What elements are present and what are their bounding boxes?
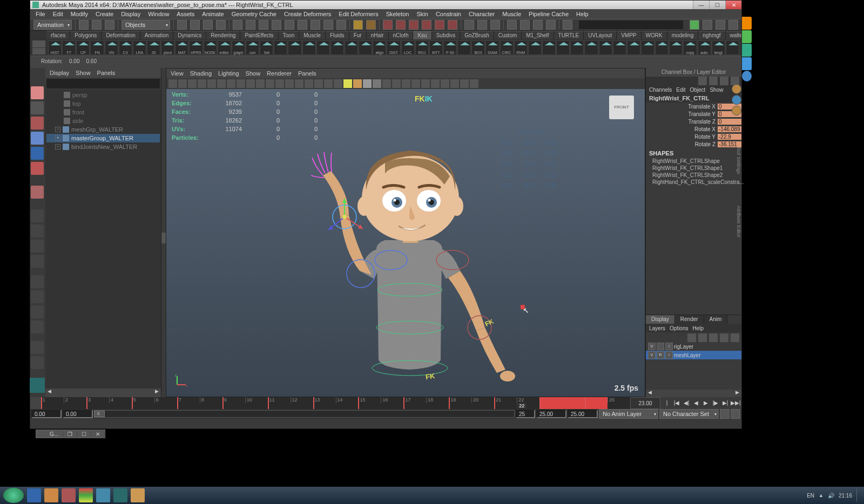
vp-toolbar-icon[interactable] bbox=[285, 79, 294, 88]
shelf-button[interactable] bbox=[330, 40, 344, 55]
menu-character[interactable]: Character bbox=[469, 11, 495, 17]
snap-icon[interactable] bbox=[298, 20, 307, 30]
cb-menu-show[interactable]: Show bbox=[710, 87, 723, 93]
menu-constrain[interactable]: Constrain bbox=[436, 11, 461, 17]
shape-item[interactable]: RightWrist_FK_CTRLShape2 bbox=[646, 172, 741, 179]
shelf-button[interactable]: align bbox=[373, 40, 386, 55]
vp-toolbar-icon[interactable] bbox=[363, 79, 372, 88]
cb-icon[interactable] bbox=[698, 77, 707, 85]
shelf-tab-uvlayout[interactable]: UVLayout bbox=[584, 31, 617, 39]
shelf-button[interactable]: lengt bbox=[712, 40, 725, 55]
layout-icon[interactable] bbox=[520, 20, 530, 30]
snap-curve-icon[interactable] bbox=[246, 20, 255, 30]
taskbar-ie-icon[interactable] bbox=[27, 488, 41, 502]
timeline[interactable]: 1234567891011121314151617181920212223242… bbox=[30, 397, 741, 409]
construction-icon[interactable] bbox=[383, 20, 393, 30]
snap-plane-icon[interactable] bbox=[272, 20, 281, 30]
layer-row[interactable]: VR/meshLayer bbox=[646, 351, 741, 359]
shelf-button[interactable] bbox=[345, 40, 358, 55]
layout-four-icon[interactable] bbox=[31, 224, 44, 237]
layer-name[interactable]: rigLayer bbox=[674, 344, 693, 350]
keyframe[interactable] bbox=[177, 397, 178, 409]
maya-home-icon[interactable] bbox=[30, 378, 45, 393]
shelf-nav-icon[interactable] bbox=[32, 48, 45, 55]
layer-icon[interactable] bbox=[720, 333, 728, 342]
timeline-track[interactable]: 1234567891011121314151617181920212223242… bbox=[41, 397, 630, 409]
side-tab-orange[interactable] bbox=[742, 17, 752, 30]
vp-toolbar-icon[interactable] bbox=[207, 79, 216, 88]
shelf-button[interactable]: copy bbox=[683, 40, 697, 55]
shelf-button[interactable]: RNM bbox=[514, 40, 528, 55]
vp-toolbar-icon[interactable] bbox=[324, 79, 333, 88]
taskbar-app-icon[interactable] bbox=[62, 488, 76, 502]
vp-toolbar-icon[interactable] bbox=[460, 79, 469, 88]
layer-menu-help[interactable]: Help bbox=[692, 325, 704, 331]
construction-icon[interactable] bbox=[409, 20, 418, 30]
side-tab-blue[interactable] bbox=[742, 57, 752, 70]
vp-menu-panels[interactable]: Panels bbox=[298, 70, 316, 77]
range-start-1[interactable] bbox=[31, 410, 62, 418]
layer-tab-render[interactable]: Render bbox=[675, 315, 704, 324]
attr-value[interactable]: -146.089 bbox=[718, 126, 741, 132]
shelf-tab-fluids[interactable]: Fluids bbox=[326, 31, 349, 39]
expand-icon[interactable]: + bbox=[55, 127, 60, 132]
shelf-button[interactable]: ROJ bbox=[415, 40, 429, 55]
menu-geometry-cache[interactable]: Geometry Cache bbox=[232, 11, 276, 17]
shelf-tab-subdivs[interactable]: Subdivs bbox=[432, 31, 461, 39]
taskbar-maya-icon[interactable] bbox=[113, 488, 127, 502]
vp-toolbar-icon[interactable] bbox=[198, 79, 206, 88]
move-tool-icon[interactable] bbox=[31, 132, 44, 145]
outliner-menu-show[interactable]: Show bbox=[76, 70, 91, 76]
timeline-highlight[interactable] bbox=[539, 397, 608, 409]
keyframe[interactable] bbox=[449, 397, 450, 409]
tab-max-icon[interactable]: ☐ bbox=[77, 431, 91, 437]
lasso-tool-icon[interactable] bbox=[31, 101, 44, 114]
attr-value[interactable]: 0 bbox=[718, 119, 741, 125]
outliner-item[interactable]: front bbox=[46, 108, 160, 117]
shelf-tab-toon[interactable]: Toon bbox=[279, 31, 300, 39]
menu-assets[interactable]: Assets bbox=[177, 11, 194, 17]
shelf-tab-rendering[interactable]: Rendering bbox=[206, 31, 240, 39]
layer-swatch[interactable]: / bbox=[665, 351, 673, 359]
shelf-button[interactable]: HPRS bbox=[189, 40, 202, 55]
layout-single-icon[interactable] bbox=[31, 209, 44, 222]
shelf-tab-m1_shelf[interactable]: M1_Shelf bbox=[522, 31, 554, 39]
snap-icon[interactable] bbox=[323, 20, 333, 30]
timeline-end-frame[interactable]: 23.00 bbox=[630, 397, 660, 409]
help-icon[interactable] bbox=[336, 20, 346, 30]
command-line[interactable] bbox=[30, 419, 741, 428]
range-end-1[interactable] bbox=[516, 410, 535, 418]
vp-toolbar-icon[interactable] bbox=[188, 79, 197, 88]
vp-toolbar-icon[interactable] bbox=[295, 79, 303, 88]
vp-toolbar-icon[interactable] bbox=[450, 79, 459, 88]
layer-vis-toggle[interactable]: V bbox=[648, 351, 656, 359]
range-start-2[interactable] bbox=[63, 410, 93, 418]
vp-toolbar-icon[interactable] bbox=[382, 79, 391, 88]
select-tool-icon[interactable] bbox=[31, 86, 44, 99]
construction-icon[interactable] bbox=[448, 20, 457, 30]
vp-toolbar-icon[interactable] bbox=[227, 79, 235, 88]
snap-icon[interactable] bbox=[285, 20, 294, 30]
outliner-search[interactable] bbox=[46, 79, 160, 88]
ipr-icon[interactable] bbox=[366, 20, 376, 30]
show-desktop-button[interactable] bbox=[856, 489, 861, 502]
layer-name[interactable]: meshLayer bbox=[674, 352, 700, 358]
tb-icon[interactable] bbox=[203, 20, 213, 30]
shelf-tab-polygons[interactable]: Polygons bbox=[70, 31, 102, 39]
vp-toolbar-icon[interactable] bbox=[392, 79, 401, 88]
vp-toolbar-icon[interactable] bbox=[256, 79, 265, 88]
vp-toolbar-icon[interactable] bbox=[178, 79, 187, 88]
layout-icon[interactable] bbox=[31, 341, 44, 354]
tool-icon[interactable] bbox=[31, 186, 44, 199]
layer-icon[interactable] bbox=[698, 333, 707, 342]
tab-restore-icon[interactable]: ❐ bbox=[63, 431, 77, 437]
layout-icon[interactable] bbox=[31, 240, 44, 253]
shelf-button[interactable]: MTT bbox=[429, 40, 443, 55]
shelf-button[interactable]: con bbox=[246, 40, 259, 55]
menu-animate[interactable]: Animate bbox=[202, 11, 224, 17]
shelf-button[interactable]: DIST bbox=[387, 40, 400, 55]
splitter[interactable] bbox=[161, 68, 166, 397]
range-end-3[interactable] bbox=[568, 410, 598, 418]
shelf-button[interactable]: auto bbox=[698, 40, 711, 55]
play-button[interactable]: ▶ bbox=[701, 399, 710, 407]
